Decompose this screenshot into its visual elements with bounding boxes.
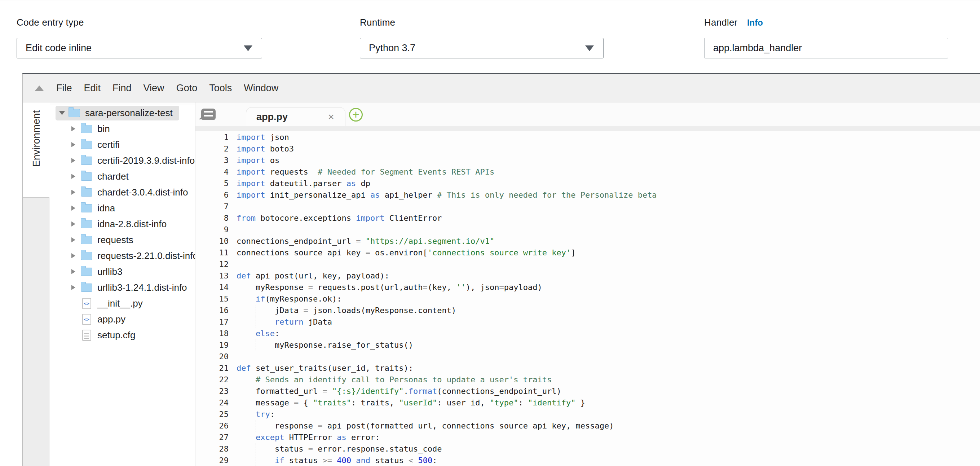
handler-input[interactable] [705, 38, 948, 58]
caret-right-icon [72, 142, 75, 147]
expand-caret-icon[interactable] [72, 285, 81, 290]
open-files-list-icon[interactable] [201, 108, 216, 120]
line-number: 8 [196, 212, 230, 224]
code-line [237, 259, 980, 270]
expand-caret-icon[interactable] [72, 142, 81, 147]
line-number: 20 [196, 351, 230, 363]
code-line: jData = json.loads(myResponse.content) [237, 305, 980, 316]
tree-item-app-py[interactable]: <>app.py [50, 311, 195, 327]
expand-caret-icon[interactable] [72, 126, 81, 131]
folder-icon [81, 141, 92, 149]
tree-item-urllib3[interactable]: urllib3 [50, 264, 195, 280]
tree-item-chardet[interactable]: chardet [50, 169, 195, 184]
code-line: connections_endpoint_url = "https://api.… [237, 235, 980, 247]
tree-item-urllib3-1-24-1-dist-info[interactable]: urllib3-1.24.1.dist-info [50, 280, 195, 296]
tree-item-chardet-3-0-4-dist-info[interactable]: chardet-3.0.4.dist-info [50, 184, 195, 200]
code-entry-type-select[interactable]: Edit code inline [17, 38, 262, 59]
code-line: import boto3 [237, 143, 980, 155]
folder-icon [81, 188, 92, 197]
caret-right-icon [72, 237, 75, 242]
folder-icon [81, 268, 92, 276]
caret-right-icon [72, 158, 75, 163]
tree-item-bin[interactable]: bin [50, 121, 195, 137]
folder-icon [81, 220, 92, 228]
tree-item-idna-2-8-dist-info[interactable]: idna-2.8.dist-info [50, 216, 195, 232]
code-text-column: import jsonimport boto3import osimport r… [237, 132, 980, 466]
code-line: import requests # Needed for Segment Eve… [237, 166, 980, 178]
new-tab-button[interactable]: + [349, 108, 363, 122]
caret-right-icon [72, 174, 75, 179]
code-line: import init_personalize_api as api_helpe… [237, 189, 980, 201]
expand-caret-icon[interactable] [72, 237, 81, 242]
runtime-label: Runtime [360, 17, 395, 28]
code-line: # Sends an identify call to Personas to … [237, 374, 980, 386]
code-line: else: [237, 328, 980, 339]
code-line: return jData [237, 316, 980, 328]
code-editing-area[interactable]: 1234567891011121314151617181920212223242… [196, 131, 980, 466]
tree-item-label: sara-personalize-test [85, 108, 173, 119]
menu-item-window[interactable]: Window [244, 83, 278, 94]
code-line: connections_source_api_key = os.environ[… [237, 247, 980, 259]
code-line: formatted_url = "{:s}/identify".format(c… [237, 386, 980, 397]
handler-info-link[interactable]: Info [747, 17, 763, 27]
tree-item-setup-cfg[interactable]: setup.cfg [50, 327, 195, 343]
line-number: 28 [196, 443, 230, 455]
menu-item-find[interactable]: Find [113, 83, 132, 94]
code-line: def api_post(url, key, payload): [237, 270, 980, 282]
folder-icon [81, 125, 92, 133]
folder-icon [81, 220, 92, 228]
line-number: 13 [196, 270, 230, 282]
menu-item-tools[interactable]: Tools [209, 83, 232, 94]
config-file-icon [82, 330, 91, 341]
line-number: 29 [196, 455, 230, 466]
caret-right-icon [72, 126, 75, 131]
folder-icon [81, 156, 92, 165]
expand-caret-icon[interactable] [59, 111, 68, 115]
expand-caret-icon[interactable] [72, 269, 81, 274]
expand-caret-icon[interactable] [72, 190, 81, 195]
collapse-editor-icon[interactable] [35, 86, 44, 91]
python-file-icon: <> [82, 298, 91, 309]
indent-guide [256, 455, 256, 466]
expand-caret-icon[interactable] [72, 253, 81, 258]
menu-item-file[interactable]: File [56, 83, 72, 94]
line-number: 23 [196, 386, 230, 397]
line-number: 24 [196, 397, 230, 409]
chevron-down-icon [585, 45, 594, 51]
tree-item-requests[interactable]: requests [50, 232, 195, 248]
tree-item-root[interactable]: sara-personalize-test [50, 105, 195, 121]
tree-item--init-py[interactable]: <>__init__.py [50, 296, 195, 311]
tab-app-py[interactable]: app.py × [246, 107, 345, 126]
python-file-icon: <> [81, 298, 92, 309]
expand-caret-icon[interactable] [72, 174, 81, 179]
tree-item-certifi-2019-3-9-dist-info[interactable]: certifi-2019.3.9.dist-info [50, 153, 195, 169]
expand-caret-icon[interactable] [72, 158, 81, 163]
environment-tab[interactable]: Environment [23, 105, 50, 172]
line-number: 3 [196, 155, 230, 166]
tree-item-label: idna [97, 203, 115, 214]
menu-item-goto[interactable]: Goto [176, 83, 197, 94]
tree-item-label: chardet-3.0.4.dist-info [97, 187, 188, 198]
code-line: if(myResponse.ok): [237, 293, 980, 305]
code-line: message = { "traits": traits, "userId": … [237, 397, 980, 409]
expand-caret-icon[interactable] [72, 221, 81, 226]
code-line [237, 201, 980, 212]
tree-item-requests-2-21-0-dist-info[interactable]: requests-2.21.0.dist-info [50, 248, 195, 264]
folder-icon [81, 204, 92, 212]
menu-item-view[interactable]: View [143, 83, 164, 94]
menu-item-edit[interactable]: Edit [84, 83, 101, 94]
expand-caret-icon[interactable] [72, 205, 81, 211]
selected-row-highlight: sara-personalize-test [56, 106, 179, 121]
code-entry-type-value: Edit code inline [25, 43, 92, 54]
line-number: 18 [196, 328, 230, 339]
tree-item-label: requests [97, 234, 134, 246]
folder-icon [81, 172, 92, 181]
line-number: 6 [196, 189, 230, 201]
tree-item-idna[interactable]: idna [50, 200, 195, 216]
tree-item-label: urllib3-1.24.1.dist-info [97, 282, 187, 293]
runtime-select[interactable]: Python 3.7 [360, 38, 604, 59]
tree-item-certifi[interactable]: certifi [50, 137, 195, 153]
folder-icon [81, 268, 92, 276]
tab-close-icon[interactable]: × [328, 111, 334, 122]
line-number: 9 [196, 224, 230, 235]
